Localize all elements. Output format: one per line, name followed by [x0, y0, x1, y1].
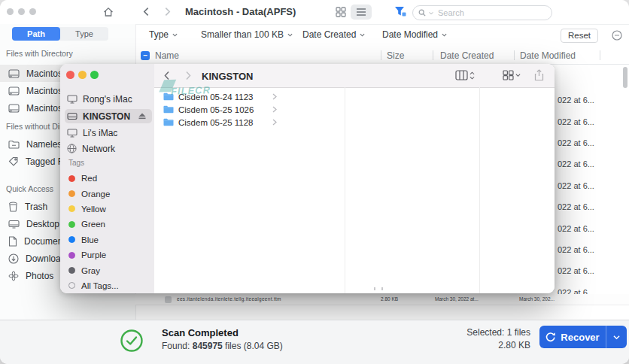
scan-found-summary: Found: 845975 files (8.04 GB)	[162, 341, 283, 351]
filter-icon[interactable]	[394, 6, 406, 17]
downloads-icon	[8, 253, 19, 264]
traffic-light-zoom-icon[interactable]	[29, 8, 36, 15]
finder-tag-list: Red Orange Yellow Green	[60, 171, 154, 293]
document-icon	[8, 236, 17, 247]
column-divider[interactable]	[345, 87, 345, 293]
forward-icon[interactable]	[163, 7, 172, 17]
chevron-down-icon	[360, 32, 365, 38]
recover-icon	[545, 332, 556, 342]
finder-sidebar-item-network[interactable]: Network	[60, 141, 154, 156]
recover-button[interactable]: Recover	[539, 326, 606, 348]
tag-color-icon	[68, 236, 75, 243]
tab-path[interactable]: Path	[12, 27, 60, 41]
tag-color-icon	[68, 190, 75, 197]
selected-count: Selected: 1 files	[466, 327, 530, 338]
share-icon[interactable]	[534, 69, 544, 81]
date-modified-fragment[interactable]: 022 at 6...	[558, 239, 594, 260]
finder-tag-item[interactable]: Purple	[60, 247, 154, 262]
finder-back-icon[interactable]	[163, 71, 172, 80]
grid-view-icon[interactable]	[336, 7, 346, 17]
list-view-icon[interactable]	[351, 5, 372, 20]
finder-minimize-icon[interactable]	[78, 71, 87, 79]
date-modified-fragment[interactable]: 022 at 6...	[558, 153, 594, 174]
column-date-modified[interactable]: Date Modified	[520, 50, 576, 61]
date-modified-fragment[interactable]: 022 at 6...	[558, 175, 594, 196]
tag-color-icon	[68, 221, 75, 228]
section-files-without-directory: Files without Dire	[6, 122, 67, 131]
page-title: Macintosh - Data(APFS)	[185, 0, 296, 24]
recover-options-dropdown[interactable]	[606, 326, 627, 348]
search-input[interactable]	[412, 5, 552, 20]
finder-tag-item[interactable]: All Tags...	[60, 278, 154, 293]
tab-type[interactable]: Type	[60, 27, 108, 41]
chevron-down-icon	[515, 73, 521, 77]
filter-date-created-dropdown[interactable]: Date Created	[302, 29, 365, 40]
filter-size-dropdown[interactable]: Smaller than 100 KB	[201, 29, 293, 40]
search-icon	[418, 9, 426, 17]
traffic-light-close-icon[interactable]	[7, 8, 14, 15]
finder-folder-row[interactable]: Cisdem 05-25 1026	[154, 103, 284, 116]
finder-forward-icon[interactable]	[184, 71, 193, 80]
finder-tags-header: Tags	[68, 159, 84, 167]
finder-tag-item[interactable]: Red	[60, 171, 154, 186]
finder-zoom-icon[interactable]	[90, 71, 99, 79]
hard-drive-icon	[67, 112, 77, 120]
imac-icon	[67, 129, 77, 138]
folder-minus-icon	[8, 140, 20, 149]
partial-file-row[interactable]: ees.itantelenda.itenlete.tellg.iteealgee…	[135, 294, 629, 305]
recovery-app-window: Macintosh - Data(APFS) Path Type Files w…	[0, 0, 629, 364]
column-divider[interactable]	[479, 87, 480, 293]
finder-tag-item[interactable]: Yellow	[60, 202, 154, 217]
select-all-checkbox[interactable]: –	[141, 51, 150, 60]
column-date-created[interactable]: Date Created	[440, 50, 494, 61]
finder-folder-row[interactable]: Cisdem 05-24 1123	[154, 90, 284, 103]
back-icon[interactable]	[141, 7, 151, 17]
reset-button[interactable]: Reset	[561, 29, 598, 43]
trash-icon	[8, 202, 18, 212]
horizontal-scroll-handle[interactable]	[374, 287, 383, 290]
date-modified-fragment[interactable]: 022 at 6...	[558, 111, 594, 132]
finder-sidebar-item-lis-imac[interactable]: Li's iMac	[60, 125, 154, 141]
external-drive-icon	[8, 69, 20, 78]
finder-tag-item[interactable]: Gray	[60, 262, 154, 278]
chevron-down-icon	[613, 335, 620, 340]
column-name[interactable]: Name	[155, 50, 179, 61]
date-modified-fragment[interactable]: 022 at 6...	[558, 260, 594, 281]
tag-color-icon	[68, 267, 75, 274]
row-date-created: March 30, 2022 at...	[435, 296, 479, 302]
filter-date-modified-dropdown[interactable]: Date Modified	[382, 29, 447, 40]
collapse-filter-icon[interactable]	[612, 30, 622, 44]
date-modified-fragment[interactable]: 022 at 6...	[558, 217, 594, 238]
row-date-modified: March 30, 202...	[519, 296, 555, 302]
finder-folder-row[interactable]: Cisdem 05-25 1128	[154, 116, 284, 129]
home-icon[interactable]	[102, 6, 114, 18]
row-size: 2.80 KB	[381, 296, 398, 302]
folder-icon	[163, 118, 174, 126]
vertical-scrollbar[interactable]	[623, 67, 627, 88]
app-toolbar: Macintosh - Data(APFS)	[0, 0, 629, 25]
group-by-icon[interactable]	[503, 70, 521, 80]
finder-tag-item[interactable]: Orange	[60, 186, 154, 201]
finder-window-title: KINGSTON	[202, 71, 253, 82]
section-quick-access: Quick Access	[6, 184, 53, 193]
finder-sidebar-item-rongs-imac[interactable]: Rong's iMac	[60, 91, 154, 107]
chevron-down-icon	[442, 32, 447, 38]
finder-close-icon[interactable]	[66, 71, 74, 79]
finder-window: Rong's iMac KINGSTON Li's iMac Network T…	[60, 64, 555, 293]
date-modified-fragment[interactable]: 022 at 6...	[558, 132, 594, 153]
finder-tag-item[interactable]: Blue	[60, 232, 154, 247]
scan-status-title: Scan Completed	[162, 327, 239, 338]
finder-sidebar-item-kingston[interactable]: KINGSTON	[65, 109, 152, 123]
eject-icon[interactable]	[138, 113, 146, 120]
column-size[interactable]: Size	[387, 50, 404, 61]
column-view-icon[interactable]	[455, 70, 475, 80]
tag-color-icon	[68, 175, 75, 182]
finder-tag-item[interactable]: Green	[60, 217, 154, 232]
search-scope-chevron-icon	[429, 11, 433, 15]
date-modified-fragment[interactable]: 022 at 6...	[558, 89, 594, 111]
date-modified-fragment[interactable]: 022 at 6...	[558, 196, 594, 217]
file-list-date-fragments: 022 at 6...022 at 6...022 at 6...022 at …	[558, 89, 594, 303]
row-checkbox[interactable]	[165, 296, 172, 303]
filter-type-dropdown[interactable]: Type	[149, 29, 178, 40]
traffic-light-minimize-icon[interactable]	[18, 8, 25, 15]
